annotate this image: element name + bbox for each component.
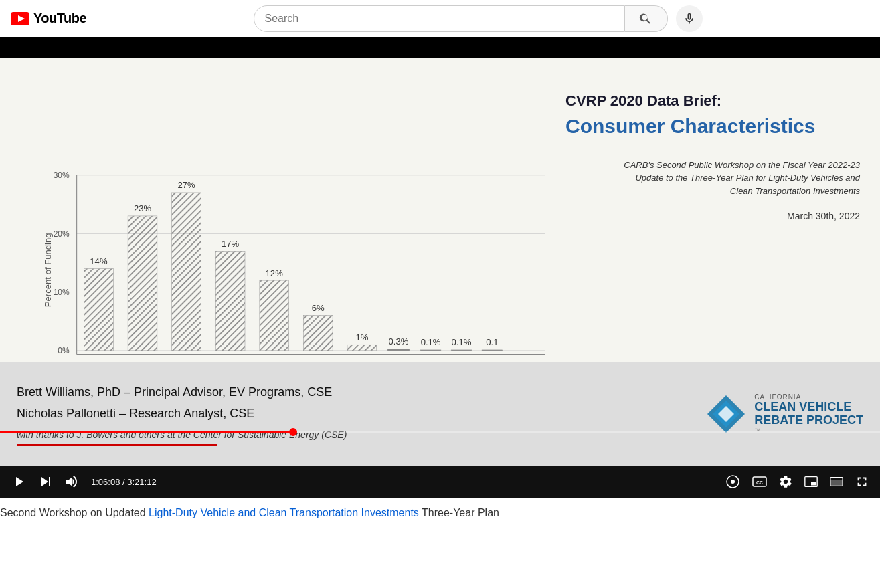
speed-button[interactable]	[722, 471, 743, 492]
volume-icon	[64, 474, 80, 490]
red-underline	[17, 444, 217, 446]
svg-rect-18	[215, 251, 245, 351]
captions-button[interactable]: CC	[749, 471, 770, 492]
svg-text:0.1%: 0.1%	[421, 337, 441, 347]
svg-text:23%: 23%	[134, 203, 152, 213]
svg-marker-39	[16, 477, 23, 486]
search-input-wrapper	[254, 5, 625, 32]
fullscreen-button[interactable]	[852, 472, 872, 492]
progress-indicator	[289, 428, 297, 436]
play-button[interactable]	[8, 471, 29, 492]
youtube-icon	[11, 12, 29, 25]
svg-text:0.3%: 0.3%	[389, 336, 409, 347]
svg-text:27%: 27%	[177, 180, 195, 190]
next-button[interactable]	[35, 471, 56, 492]
captions-icon: CC	[752, 474, 768, 490]
video-controls: 1:06:08 / 3:21:12 CC	[0, 466, 880, 498]
video-frame[interactable]: 0% 10% 20% 30% 14%	[0, 58, 880, 466]
svg-rect-28	[420, 350, 441, 351]
svg-marker-40	[41, 477, 48, 486]
svg-rect-50	[830, 480, 843, 486]
svg-text:30%: 30%	[54, 171, 70, 180]
slide-description: CARB's Second Public Workshop on the Fis…	[565, 159, 860, 198]
cvrp-icon	[706, 394, 746, 434]
title-part-1: Second Workshop on Updated	[0, 507, 149, 518]
theater-icon	[829, 474, 844, 489]
video-container: 0% 10% 20% 30% 14%	[0, 37, 880, 498]
svg-rect-14	[128, 216, 157, 351]
svg-rect-12	[84, 269, 114, 351]
search-button[interactable]	[625, 5, 668, 32]
svg-rect-32	[482, 350, 503, 351]
svg-text:0%: 0%	[58, 346, 70, 355]
title-link[interactable]: Light-Duty Vehicle and Clean Transportat…	[149, 507, 419, 518]
svg-text:14%: 14%	[90, 256, 108, 266]
title-part-3: Three-Year Plan	[419, 507, 499, 518]
cvrp-rebate: REBATE PROJECT	[754, 414, 863, 427]
settings-icon	[778, 474, 793, 489]
svg-text:0.1%: 0.1%	[452, 337, 472, 347]
search-input[interactable]	[254, 6, 624, 31]
microphone-icon	[683, 12, 696, 25]
current-time: 1:06:08	[91, 477, 120, 487]
search-area	[113, 5, 843, 32]
svg-rect-24	[347, 345, 377, 351]
page-title-bar: Second Workshop on Updated Light-Duty Ve…	[0, 498, 880, 520]
play-icon	[11, 474, 27, 490]
svg-rect-26	[387, 349, 410, 351]
svg-rect-16	[172, 193, 201, 351]
total-time: 3:21:12	[127, 477, 156, 487]
presenter-info-bar: Brett Williams, PhD – Principal Advisor,…	[0, 362, 880, 466]
svg-text:17%: 17%	[222, 239, 240, 249]
svg-rect-30	[451, 350, 472, 351]
svg-point-44	[731, 480, 735, 484]
svg-text:CC: CC	[756, 480, 763, 485]
page-video-title: Second Workshop on Updated Light-Duty Ve…	[0, 506, 880, 520]
svg-rect-41	[49, 477, 50, 486]
settings-button[interactable]	[776, 472, 796, 492]
presenter-1: Brett Williams, PhD – Principal Advisor,…	[17, 381, 706, 403]
svg-rect-48	[811, 482, 816, 486]
fullscreen-icon	[855, 474, 869, 489]
miniplayer-icon	[804, 474, 818, 489]
svg-text:0.1: 0.1	[486, 337, 498, 347]
voice-search-button[interactable]	[676, 5, 703, 32]
theater-button[interactable]	[826, 472, 847, 492]
slide-date: March 30th, 2022	[565, 211, 860, 221]
svg-marker-42	[66, 477, 72, 486]
presenter-text: Brett Williams, PhD – Principal Advisor,…	[17, 381, 706, 447]
search-icon	[639, 12, 652, 25]
svg-text:12%: 12%	[266, 268, 284, 278]
svg-rect-20	[260, 280, 289, 351]
svg-rect-22	[303, 316, 333, 351]
miniplayer-button[interactable]	[801, 472, 821, 492]
volume-button[interactable]	[62, 471, 83, 492]
svg-text:Percent of Funding: Percent of Funding	[43, 233, 53, 307]
controls-right: CC	[722, 471, 872, 492]
progress-fill	[0, 431, 293, 433]
video-top-bar	[0, 37, 880, 58]
video-progress-bar[interactable]	[0, 431, 880, 433]
cvrp-clean: CLEAN VEHICLE	[754, 401, 863, 414]
slide-sub-title: Consumer Characteristics	[565, 114, 860, 138]
site-header: YouTube	[0, 0, 880, 37]
next-icon	[37, 474, 54, 490]
cvrp-logo-area: CALIFORNIA CLEAN VEHICLE REBATE PROJECT …	[706, 393, 863, 434]
presenter-2: Nicholas Pallonetti – Research Analyst, …	[17, 403, 706, 424]
youtube-logo[interactable]: YouTube	[11, 11, 86, 26]
svg-text:20%: 20%	[54, 229, 70, 239]
slide-main-title: CVRP 2020 Data Brief:	[565, 91, 860, 112]
svg-text:6%: 6%	[312, 303, 325, 313]
time-display: 1:06:08 / 3:21:12	[91, 477, 157, 487]
speed-icon	[725, 474, 741, 490]
svg-text:1%: 1%	[355, 332, 368, 342]
cvrp-text: CALIFORNIA CLEAN VEHICLE REBATE PROJECT …	[754, 393, 863, 434]
svg-text:10%: 10%	[54, 288, 70, 297]
youtube-wordmark: YouTube	[33, 11, 86, 26]
